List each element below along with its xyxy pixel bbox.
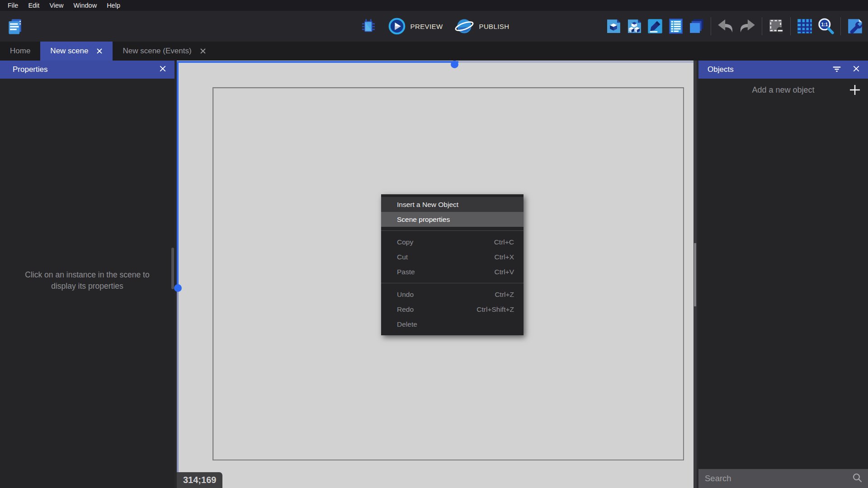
close-icon[interactable] xyxy=(200,48,206,54)
add-object-button[interactable] xyxy=(848,83,862,99)
objects-panel: Objects Add a new object xyxy=(698,61,868,488)
vertical-scroll-track[interactable] xyxy=(177,288,179,488)
context-menu-item-paste[interactable]: Paste Ctrl+V xyxy=(381,264,524,279)
context-menu-item-redo[interactable]: Redo Ctrl+Shift+Z xyxy=(381,302,524,317)
menu-item-shortcut: Ctrl+X xyxy=(495,253,514,261)
layers-icon[interactable] xyxy=(687,17,706,36)
properties-panel-header: Properties xyxy=(0,61,175,79)
scene-cube-icon[interactable] xyxy=(604,17,623,36)
menu-item-label: Cut xyxy=(397,253,408,261)
cursor-coordinates-value: 314;169 xyxy=(183,475,216,485)
svg-text:1:1: 1:1 xyxy=(821,22,828,27)
menu-bar: File Edit View Window Help xyxy=(0,0,868,11)
menu-divider xyxy=(381,230,524,231)
tab-label: New scene (Events) xyxy=(123,47,191,56)
objects-panel-title: Objects xyxy=(708,65,734,74)
redo-icon[interactable] xyxy=(737,16,757,36)
grid-icon[interactable] xyxy=(795,17,814,36)
horizontal-scroll-thumb[interactable] xyxy=(451,61,458,68)
edit-pencil-icon[interactable] xyxy=(646,17,665,36)
menu-divider xyxy=(381,283,524,283)
close-icon[interactable] xyxy=(853,65,860,75)
vertical-scroll-thumb[interactable] xyxy=(174,284,182,292)
publish-button[interactable]: PUBLISH xyxy=(454,16,509,36)
menu-view[interactable]: View xyxy=(44,2,68,9)
context-menu-item-scene-properties[interactable]: Scene properties xyxy=(381,212,524,227)
add-object-label: Add a new object xyxy=(752,85,814,95)
context-menu-item-undo[interactable]: Undo Ctrl+Z xyxy=(381,287,524,302)
objects-search-bar xyxy=(698,469,868,488)
context-menu-item-copy[interactable]: Copy Ctrl+C xyxy=(381,235,524,249)
tab-label: Home xyxy=(10,47,30,56)
tab-bar: Home New scene New scene (Events) xyxy=(0,42,868,61)
instances-list-icon[interactable] xyxy=(666,17,685,36)
properties-panel: Properties Click on an instance in the s… xyxy=(0,61,175,488)
left-gutter-scrollbar[interactable] xyxy=(171,248,174,289)
context-menu: Insert a New Object Scene properties Cop… xyxy=(381,194,524,335)
menu-item-label: Insert a New Object xyxy=(397,201,458,209)
objects-panel-header: Objects xyxy=(698,61,868,79)
menu-item-label: Redo xyxy=(397,305,414,314)
toolbar: PREVIEW PUBLISH xyxy=(0,11,868,42)
preview-button[interactable]: PREVIEW xyxy=(388,17,443,35)
menu-item-label: Paste xyxy=(397,268,415,276)
close-icon[interactable] xyxy=(96,48,103,54)
scene-wrench-icon[interactable] xyxy=(845,17,864,36)
toolbar-separator xyxy=(840,17,841,35)
menu-window[interactable]: Window xyxy=(69,2,102,9)
undo-icon[interactable] xyxy=(716,16,736,36)
preview-label: PREVIEW xyxy=(410,23,443,30)
filter-icon[interactable] xyxy=(832,64,842,76)
plus-icon xyxy=(848,83,862,97)
menu-file[interactable]: File xyxy=(3,2,23,9)
menu-item-shortcut: Ctrl+V xyxy=(495,268,514,276)
menu-item-shortcut: Ctrl+Shift+Z xyxy=(476,305,514,314)
tab-home[interactable]: Home xyxy=(0,42,40,61)
menu-item-label: Scene properties xyxy=(397,216,450,224)
toolbar-separator xyxy=(711,17,711,35)
horizontal-scroll-filled xyxy=(177,61,458,63)
search-icon[interactable] xyxy=(852,472,863,485)
right-scrollbar-thumb[interactable] xyxy=(694,243,696,306)
menu-edit[interactable]: Edit xyxy=(23,2,44,9)
tab-new-scene-events[interactable]: New scene (Events) xyxy=(113,42,216,61)
main-area: Properties Click on an instance in the s… xyxy=(0,61,868,488)
horizontal-scroll-track[interactable] xyxy=(458,61,693,63)
vertical-scroll-filled xyxy=(177,61,179,288)
add-object-row: Add a new object xyxy=(698,79,868,101)
menu-item-shortcut: Ctrl+C xyxy=(494,238,514,246)
publish-label: PUBLISH xyxy=(479,23,509,30)
preview-play-icon xyxy=(388,17,406,35)
toolbar-separator xyxy=(762,17,762,35)
cursor-coordinates-badge: 314;169 xyxy=(177,472,222,488)
search-input[interactable] xyxy=(705,474,852,483)
close-icon[interactable] xyxy=(159,65,166,75)
context-menu-item-delete[interactable]: Delete xyxy=(381,317,524,332)
menu-item-label: Delete xyxy=(397,320,417,328)
menu-item-label: Undo xyxy=(397,291,414,299)
toolbar-right: 1:1 xyxy=(604,11,864,42)
context-menu-item-cut[interactable]: Cut Ctrl+X xyxy=(381,249,524,264)
properties-panel-title: Properties xyxy=(13,65,47,74)
deselect-icon[interactable] xyxy=(767,17,786,36)
menu-item-label: Copy xyxy=(397,238,413,246)
menu-help[interactable]: Help xyxy=(102,2,125,9)
toolbar-separator xyxy=(790,17,791,35)
menu-item-shortcut: Ctrl+Z xyxy=(495,291,514,299)
tab-label: New scene xyxy=(50,47,88,56)
empty-message-text: Click on an instance in the scene to dis… xyxy=(13,269,162,292)
publish-globe-icon xyxy=(454,16,474,36)
objects-cubes-icon[interactable] xyxy=(625,17,644,36)
zoom-1-1-icon[interactable]: 1:1 xyxy=(816,16,836,36)
context-menu-item-insert-object[interactable]: Insert a New Object xyxy=(381,197,524,212)
debugger-icon[interactable] xyxy=(359,17,378,36)
properties-empty-message: Click on an instance in the scene to dis… xyxy=(0,269,175,292)
tab-new-scene[interactable]: New scene xyxy=(40,42,113,61)
